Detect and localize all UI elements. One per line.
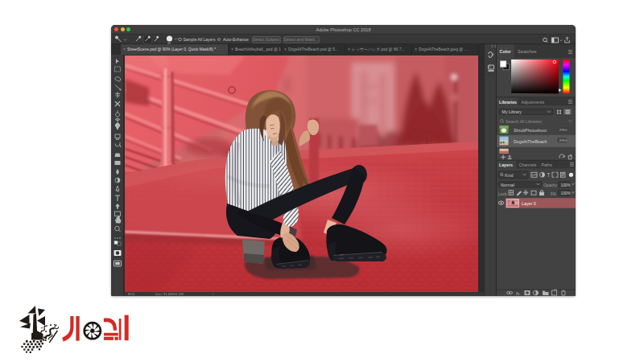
svg-text:Lock:: Lock: <box>498 191 508 195</box>
svg-text:100%: 100% <box>560 191 571 195</box>
svg-text:T: T <box>547 172 550 178</box>
svg-text:Search All Libraries: Search All Libraries <box>506 118 542 123</box>
svg-text:ShrubPhotoshoot: ShrubPhotoshoot <box>514 127 547 132</box>
svg-text:Fill:: Fill: <box>551 191 557 195</box>
svg-text:Normal: Normal <box>501 182 514 187</box>
svg-text:Layer 0: Layer 0 <box>522 200 536 205</box>
svg-text:Layers: Layers <box>499 162 513 167</box>
svg-text:Channels: Channels <box>519 162 537 167</box>
svg-text:Libraries: Libraries <box>499 99 517 104</box>
svg-text:DogsAtTheBeach: DogsAtTheBeach <box>514 138 547 143</box>
svg-text:100%: 100% <box>560 183 571 187</box>
svg-text:JPEG: JPEG <box>559 129 567 132</box>
svg-text:Paths: Paths <box>541 162 552 167</box>
svg-text:Kind: Kind <box>505 172 513 177</box>
svg-text:Adjustments: Adjustments <box>522 99 545 104</box>
svg-text:Opacity:: Opacity: <box>543 182 558 187</box>
svg-text:JPEG: JPEG <box>559 139 567 142</box>
svg-text:Color: Color <box>500 49 512 54</box>
svg-text:fx: fx <box>516 290 520 295</box>
svg-text:My Library: My Library <box>502 109 522 113</box>
svg-text:Swatches: Swatches <box>518 49 537 54</box>
